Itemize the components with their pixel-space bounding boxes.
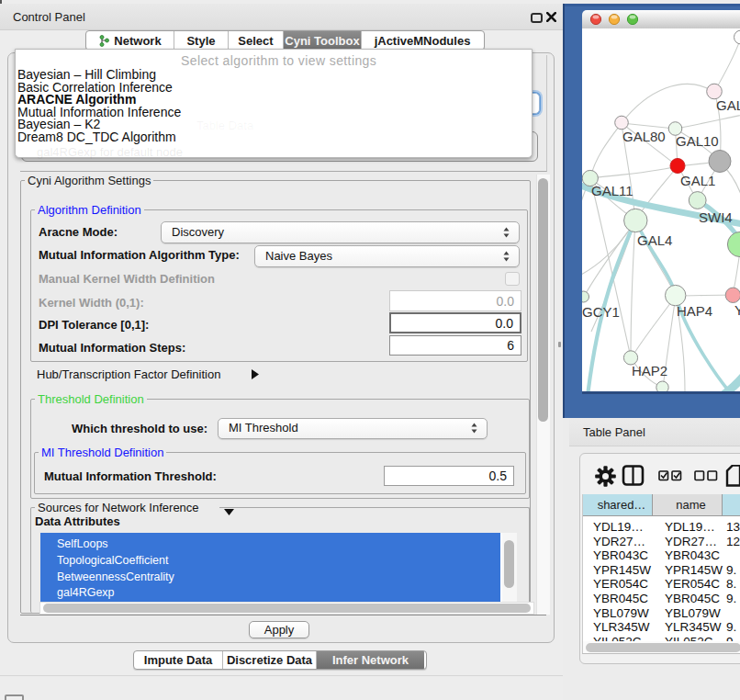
svg-text:GAL4: GAL4 — [637, 232, 672, 248]
svg-text:GAL11: GAL11 — [591, 183, 633, 198]
svg-text:GAL7: GAL7 — [716, 97, 740, 113]
svg-text:GAL10: GAL10 — [676, 133, 719, 149]
svg-text:Y: Y — [734, 302, 740, 318]
svg-text:GAL80: GAL80 — [622, 129, 666, 144]
svg-text:HAP2: HAP2 — [632, 363, 667, 378]
svg-text:GCY1: GCY1 — [582, 304, 620, 320]
svg-text:SWI4: SWI4 — [699, 209, 733, 225]
svg-text:HAP4: HAP4 — [677, 303, 712, 319]
svg-text:GAL1: GAL1 — [680, 173, 715, 188]
